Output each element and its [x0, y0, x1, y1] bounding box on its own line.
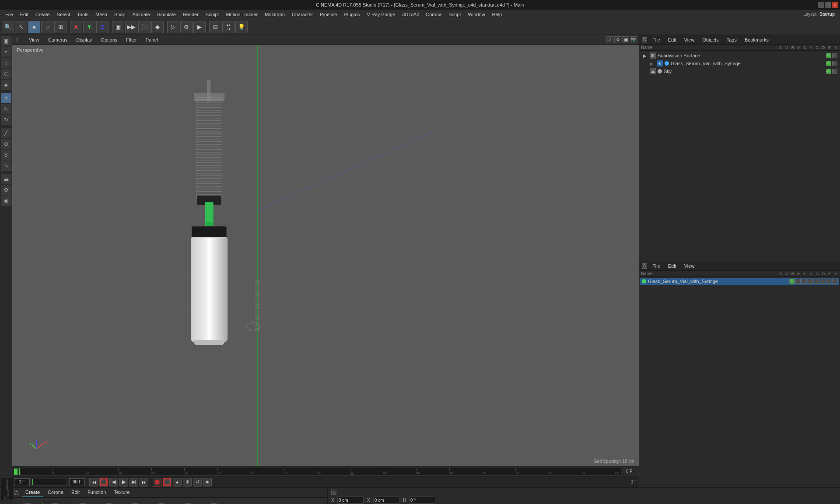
frame-slider[interactable]: [32, 479, 67, 486]
light-btn[interactable]: 💡: [235, 21, 248, 33]
goto-start-btn[interactable]: ⏮: [89, 478, 98, 486]
mat-vis-6[interactable]: [820, 279, 825, 284]
vial-vis-1[interactable]: ✓: [826, 61, 831, 66]
menu-character[interactable]: Character: [288, 11, 316, 18]
close-btn[interactable]: ✕: [832, 2, 838, 8]
mat-menu-edit[interactable]: Edit: [665, 262, 679, 270]
viewport-3d[interactable]: Perspective: [12, 45, 639, 466]
mat-tab-edit[interactable]: Edit: [68, 489, 83, 497]
obj-menu-bookmarks[interactable]: Bookmarks: [742, 36, 771, 43]
maximize-btn[interactable]: □: [825, 2, 831, 8]
mat-thumb-needle2[interactable]: needle_: [42, 502, 68, 504]
px-input[interactable]: [373, 497, 399, 504]
menu-simulate[interactable]: Simulate: [154, 11, 179, 18]
vp-ctrl-render[interactable]: ▣: [622, 36, 629, 43]
view1-btn[interactable]: ⊟: [209, 21, 221, 33]
anim-btn[interactable]: ▶▶: [125, 21, 137, 33]
menu-tools[interactable]: Tools: [74, 11, 92, 18]
transform-btn[interactable]: ⊞: [54, 21, 66, 33]
render-view-btn[interactable]: ▷: [167, 21, 179, 33]
vp-menu-filter[interactable]: Filter: [123, 36, 139, 43]
obj-menu-edit[interactable]: Edit: [665, 36, 679, 43]
menu-3dtoall[interactable]: 3DToAll: [399, 11, 422, 18]
menu-mograph[interactable]: MoGraph: [261, 11, 288, 18]
next-key-btn[interactable]: ▶|: [130, 478, 138, 486]
mat-vis-8[interactable]: [832, 279, 837, 284]
record-btn[interactable]: ⬤: [153, 478, 161, 486]
tool-curve[interactable]: ∿: [1, 161, 11, 171]
tool-line[interactable]: ╱: [1, 128, 11, 138]
mat-vis-4[interactable]: [808, 279, 813, 284]
loop-btn[interactable]: ↺: [193, 478, 202, 486]
next-frame-btn[interactable]: ⏭: [140, 478, 148, 486]
menu-snap[interactable]: Snap: [111, 11, 129, 18]
obj-menu-objects[interactable]: Objects: [700, 36, 721, 43]
sky-vis-2[interactable]: ○: [832, 69, 837, 74]
auto-key-btn[interactable]: ●: [173, 478, 182, 486]
vp-ctrl-camera[interactable]: 📷: [630, 36, 637, 43]
tool-poly-mode[interactable]: ⬡: [1, 69, 11, 79]
expand-icon[interactable]: ▶: [642, 52, 648, 59]
render-to-po-btn[interactable]: ▶: [193, 21, 206, 33]
mat-vis-7[interactable]: [826, 279, 831, 284]
menu-select[interactable]: Select: [53, 11, 74, 18]
tool-deform[interactable]: ◉: [1, 196, 11, 206]
mat-vis-3[interactable]: [802, 279, 807, 284]
menu-sculpt[interactable]: Sculpt: [202, 11, 223, 18]
sky-vis-1[interactable]: ✓: [826, 69, 831, 74]
tool-move[interactable]: ✛: [1, 93, 11, 103]
prev-frame-btn[interactable]: ⬛: [99, 478, 108, 486]
menu-corona[interactable]: Corona: [422, 11, 445, 18]
panel-icon[interactable]: ⬡: [642, 37, 647, 42]
vis-btn-check2[interactable]: ○: [832, 53, 837, 58]
prev-key-btn[interactable]: ◀: [109, 478, 118, 486]
mat-vis-1[interactable]: ✓: [789, 279, 794, 284]
menu-motion-tracker[interactable]: Motion Tracker: [222, 11, 261, 18]
vp-menu-display[interactable]: Display: [74, 36, 94, 43]
mat-tab-create[interactable]: Create: [22, 489, 43, 497]
object-mode-btn[interactable]: ▣: [112, 21, 124, 33]
menu-help[interactable]: Help: [489, 11, 506, 18]
vp-menu-options[interactable]: Options: [98, 36, 120, 43]
axis-z-btn[interactable]: Z: [96, 21, 108, 33]
menu-file[interactable]: File: [2, 11, 17, 18]
tool-s[interactable]: S: [1, 150, 11, 160]
menu-render[interactable]: Render: [179, 11, 202, 18]
rotate-tool-btn[interactable]: ○: [41, 21, 53, 33]
search-btn[interactable]: 🔍: [2, 21, 14, 33]
obj-menu-file[interactable]: File: [650, 36, 663, 43]
mat-menu-view[interactable]: View: [682, 262, 697, 270]
object-item-sky[interactable]: ☁ Sky ✓ ○: [640, 67, 839, 75]
tool-scale[interactable]: ⇱: [1, 104, 11, 114]
minimize-btn[interactable]: ─: [818, 2, 824, 8]
view2-btn[interactable]: ●●○●: [222, 21, 234, 33]
vis-btn-check1[interactable]: ✓: [826, 53, 831, 58]
menu-plugins[interactable]: Plugins: [340, 11, 363, 18]
vp-ctrl-expand[interactable]: ⤢: [606, 36, 613, 43]
mat-tab-corona[interactable]: Corona: [44, 489, 67, 497]
current-frame-input[interactable]: [14, 478, 30, 486]
mat-menu-file[interactable]: File: [650, 262, 663, 270]
menu-pipeline[interactable]: Pipeline: [316, 11, 340, 18]
end-frame-input[interactable]: [69, 478, 85, 486]
vial-vis-2[interactable]: ○: [832, 61, 837, 66]
menu-edit[interactable]: Edit: [17, 11, 32, 18]
tool-edge-mode[interactable]: ⌇: [1, 58, 11, 68]
move-tool-btn[interactable]: ↖: [15, 21, 27, 33]
vp-menu-view[interactable]: View: [26, 36, 42, 43]
obj-menu-view[interactable]: View: [682, 36, 697, 43]
tool-rotate[interactable]: ↻: [1, 115, 11, 125]
tool-magnet[interactable]: ⊙: [1, 139, 11, 149]
menu-window[interactable]: Window: [464, 11, 488, 18]
fps-btn[interactable]: ▣: [203, 478, 212, 486]
record-btn[interactable]: ⬛: [138, 21, 150, 33]
play-btn[interactable]: ▶: [119, 478, 128, 486]
obj-menu-tags[interactable]: Tags: [724, 36, 739, 43]
config-btn[interactable]: ⊕: [183, 478, 192, 486]
timeline-track[interactable]: 0 5 10 15 20 25 30 35 40: [18, 468, 621, 476]
object-item-vial[interactable]: ▶ ⊕ Glass_Serum_Vial_with_Syringe ✓ ○: [640, 60, 839, 67]
render-settings-btn[interactable]: ⚙: [180, 21, 192, 33]
tool-object-mode[interactable]: ▣: [1, 36, 11, 46]
axis-x-btn[interactable]: X: [70, 21, 82, 33]
menu-create[interactable]: Create: [32, 11, 53, 18]
